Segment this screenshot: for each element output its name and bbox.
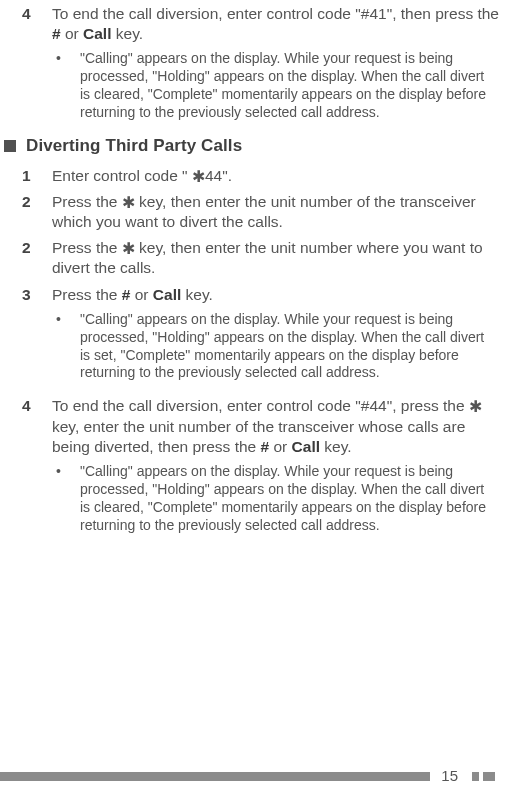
step-4-top: 4 To end the call diversion, enter contr… bbox=[22, 4, 500, 44]
step-body: To end the call diversion, enter control… bbox=[52, 4, 500, 44]
step-number: 2 bbox=[22, 192, 52, 232]
bullet-text: "Calling" appears on the display. While … bbox=[80, 463, 500, 535]
text: key. bbox=[111, 25, 143, 42]
text: or bbox=[269, 438, 291, 455]
step-1: 1 Enter control code " ✱44". bbox=[22, 166, 500, 186]
step-body: Enter control code " ✱44". bbox=[52, 166, 500, 186]
step-number: 4 bbox=[22, 396, 52, 456]
step-body: Press the ✱ key, then enter the unit num… bbox=[52, 192, 500, 232]
bullet-icon: • bbox=[52, 463, 80, 535]
text: 44". bbox=[205, 167, 232, 184]
step-number: 1 bbox=[22, 166, 52, 186]
text: Enter control code " bbox=[52, 167, 192, 184]
bullet-icon: • bbox=[52, 311, 80, 383]
page-content: 4 To end the call diversion, enter contr… bbox=[0, 0, 522, 534]
step-2b: 2 Press the ✱ key, then enter the unit n… bbox=[22, 238, 500, 278]
star-icon: ✱ bbox=[122, 194, 135, 211]
bullet-note: • "Calling" appears on the display. Whil… bbox=[22, 50, 500, 122]
star-icon: ✱ bbox=[192, 168, 205, 185]
call-key: Call bbox=[83, 25, 111, 42]
text: or bbox=[130, 286, 152, 303]
text: key. bbox=[320, 438, 352, 455]
star-icon: ✱ bbox=[122, 240, 135, 257]
hash-key: # bbox=[261, 438, 270, 455]
section-header: Diverting Third Party Calls bbox=[4, 136, 500, 156]
step-3: 3 Press the # or Call key. bbox=[22, 285, 500, 305]
step-2a: 2 Press the ✱ key, then enter the unit n… bbox=[22, 192, 500, 232]
text: Press the bbox=[52, 239, 122, 256]
step-body: Press the # or Call key. bbox=[52, 285, 500, 305]
step-number: 2 bbox=[22, 238, 52, 278]
text: key, enter the unit number of the transc… bbox=[52, 418, 465, 455]
hash-key: # bbox=[52, 25, 61, 42]
section-title: Diverting Third Party Calls bbox=[26, 136, 242, 156]
page-number: 15 bbox=[437, 767, 462, 784]
bullet-icon: • bbox=[52, 50, 80, 122]
footer-bar-segment bbox=[472, 772, 479, 781]
text: To end the call diversion, enter control… bbox=[52, 5, 499, 22]
step-number: 4 bbox=[22, 4, 52, 44]
step-body: Press the ✱ key, then enter the unit num… bbox=[52, 238, 500, 278]
text: To end the call diversion, enter control… bbox=[52, 397, 469, 414]
call-key: Call bbox=[292, 438, 320, 455]
bullet-note: • "Calling" appears on the display. Whil… bbox=[22, 463, 500, 535]
call-key: Call bbox=[153, 286, 181, 303]
square-bullet-icon bbox=[4, 140, 16, 152]
bullet-text: "Calling" appears on the display. While … bbox=[80, 311, 500, 383]
footer-bar bbox=[0, 772, 430, 781]
text: Press the bbox=[52, 193, 122, 210]
text: Press the bbox=[52, 286, 122, 303]
bullet-note: • "Calling" appears on the display. Whil… bbox=[22, 311, 500, 383]
star-icon: ✱ bbox=[469, 398, 482, 415]
bullet-text: "Calling" appears on the display. While … bbox=[80, 50, 500, 122]
text: or bbox=[61, 25, 83, 42]
step-number: 3 bbox=[22, 285, 52, 305]
step-body: To end the call diversion, enter control… bbox=[52, 396, 500, 456]
step-4: 4 To end the call diversion, enter contr… bbox=[22, 396, 500, 456]
text: key. bbox=[181, 286, 213, 303]
footer-bar-segment bbox=[483, 772, 495, 781]
page-footer: 15 bbox=[0, 767, 522, 781]
